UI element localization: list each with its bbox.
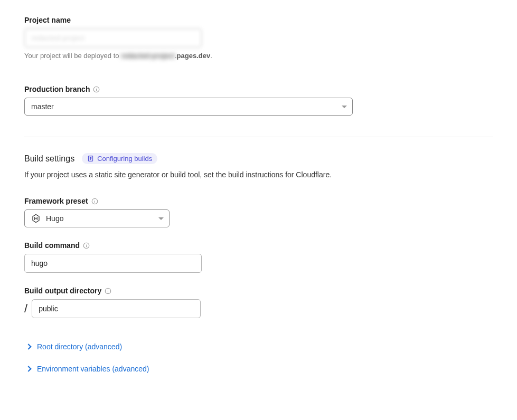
section-divider [24,137,493,137]
framework-preset-field: Framework preset Hugo [24,197,493,227]
info-icon[interactable] [83,242,90,249]
production-branch-select[interactable]: master [24,98,353,116]
info-icon[interactable] [93,86,100,93]
helper-domain-redacted: redacted-project [121,52,175,60]
hugo-icon [31,214,41,223]
build-output-directory-input[interactable] [32,299,201,318]
chevron-right-icon [25,343,31,349]
build-command-label: Build command [24,241,493,250]
root-directory-text: Root directory (advanced) [37,342,122,351]
info-icon[interactable] [91,198,98,205]
configuring-builds-link[interactable]: Configuring builds [82,153,157,164]
chevron-right-icon [25,366,31,371]
framework-preset-value: Hugo [46,214,63,223]
chevron-down-icon [342,106,347,108]
framework-preset-select[interactable]: Hugo [24,209,170,227]
framework-preset-label-text: Framework preset [24,197,88,205]
project-name-label: Project name [24,16,493,24]
production-branch-label-text: Production branch [24,85,90,93]
configuring-builds-text: Configuring builds [97,155,152,163]
svg-point-9 [95,199,95,200]
project-name-helper: Your project will be deployed to redacte… [24,52,493,60]
chevron-down-icon [158,217,164,220]
root-directory-expand[interactable]: Root directory (advanced) [24,342,493,351]
framework-preset-label: Framework preset [24,197,493,205]
slash-prefix: / [24,302,27,316]
build-output-directory-field: Build output directory / [24,287,493,318]
production-branch-label: Production branch [24,85,493,93]
build-output-directory-label-text: Build output directory [24,287,101,295]
svg-point-12 [86,244,87,244]
production-branch-field: Production branch master [24,85,493,116]
svg-point-2 [96,88,97,88]
project-name-input[interactable] [24,28,202,47]
build-output-directory-label: Build output directory [24,287,493,295]
build-settings-description: If your project uses a static site gener… [24,170,493,179]
helper-prefix: Your project will be deployed to [24,52,121,60]
build-settings-title: Build settings [24,154,74,164]
environment-variables-text: Environment variables (advanced) [37,365,149,373]
svg-point-15 [108,289,108,290]
build-command-input[interactable] [24,254,202,273]
build-settings-header: Build settings Configuring builds [24,153,493,164]
info-icon[interactable] [105,288,111,294]
build-command-label-text: Build command [24,241,80,250]
project-name-field: Project name Your project will be deploy… [24,16,493,60]
environment-variables-expand[interactable]: Environment variables (advanced) [24,365,493,373]
helper-suffix: pages.dev [177,52,211,60]
doc-icon [87,155,94,162]
project-name-label-text: Project name [24,16,71,24]
build-command-field: Build command [24,241,493,273]
production-branch-value: master [31,102,54,111]
